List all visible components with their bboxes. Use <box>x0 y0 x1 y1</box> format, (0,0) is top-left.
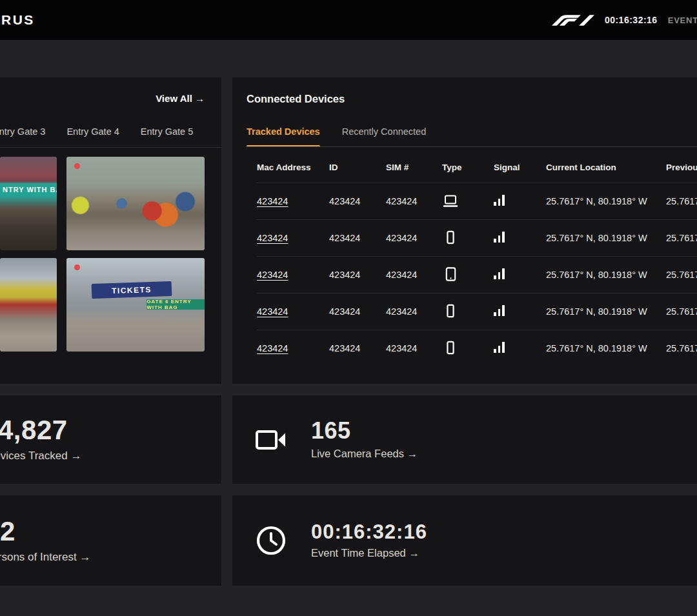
tabs-divider <box>247 146 697 147</box>
tracked-devices-table: Mac Address ID SIM # Type Signal Current… <box>257 152 697 366</box>
event-time-elapsed-value: 00:16:32:16 <box>311 522 427 542</box>
mac-address-link[interactable]: 423424 <box>257 343 288 353</box>
signal-strength-icon <box>494 232 505 243</box>
col-mac-address: Mac Address <box>257 163 329 172</box>
camera-feeds-panel: View All → Entry Gate 3 Entry Gate 4 Ent… <box>0 77 221 384</box>
col-signal: Signal <box>494 163 546 172</box>
mac-address-link[interactable]: 423424 <box>257 270 288 280</box>
sim-number: 423424 <box>386 306 442 317</box>
table-header-row: Mac Address ID SIM # Type Signal Current… <box>257 152 697 183</box>
event-time-elapsed-card: 00:16:32:16 Event Time Elapsed → <box>232 495 697 586</box>
current-location: 25.7617° N, 80.1918° W <box>546 233 666 243</box>
live-camera-feeds-value: 165 <box>311 419 418 442</box>
top-bar: RUS 00:16:32:16 EVENT <box>0 0 697 40</box>
tablet-icon <box>442 266 459 283</box>
previous-location: 25.7617° N, 80.1918° W <box>666 270 697 280</box>
photo-tickets-sign: TICKETS <box>91 281 172 299</box>
view-all-link[interactable]: View All → <box>156 93 205 104</box>
mac-address-link[interactable]: 423424 <box>257 233 288 243</box>
tab-entry-gate-3[interactable]: Entry Gate 3 <box>0 126 45 137</box>
device-id: 423424 <box>329 306 386 317</box>
device-id: 423424 <box>329 196 386 206</box>
device-id: 423424 <box>329 270 386 280</box>
signal-strength-icon <box>494 305 505 316</box>
live-camera-feeds-card: 165 Live Camera Feeds → <box>232 395 697 484</box>
connected-devices-tabs: Tracked Devices Recently Connected <box>247 126 426 137</box>
camera-feed-photo-1[interactable]: NTRY WITH BA <box>0 157 57 250</box>
previous-location: 25.7617° N, 80.1918° W <box>666 233 697 243</box>
device-id: 423424 <box>329 343 386 353</box>
tab-tracked-devices[interactable]: Tracked Devices <box>247 126 320 137</box>
smartphone-icon <box>442 339 459 356</box>
previous-location: 25.7617° N, 80.1918° W <box>666 196 697 206</box>
persons-of-interest-link[interactable]: Persons of Interest → <box>0 551 90 564</box>
event-time-elapsed-link[interactable]: Event Time Elapsed → <box>311 547 427 559</box>
tabs-divider <box>0 147 221 148</box>
signal-strength-icon <box>494 342 505 353</box>
mac-address-link[interactable]: 423424 <box>257 306 288 317</box>
tab-recently-connected[interactable]: Recently Connected <box>342 126 427 137</box>
smartphone-icon <box>442 303 459 319</box>
previous-location: 25.7617° N, 80.1918° W <box>666 343 697 353</box>
sim-number: 423424 <box>386 196 442 206</box>
connected-devices-panel: Connected Devices Tracked Devices Recent… <box>232 77 697 384</box>
event-clock: 00:16:32:16 <box>605 15 658 25</box>
table-row: 423424 423424 423424 25.7617° N, 80.1918… <box>257 330 697 366</box>
camera-feed-photo-2[interactable] <box>66 157 205 250</box>
clock-icon <box>256 525 287 556</box>
devices-tracked-card: 4,827 Devices Tracked → <box>0 395 221 484</box>
sim-number: 423424 <box>386 343 442 353</box>
col-id: ID <box>329 163 386 172</box>
current-location: 25.7617° N, 80.1918° W <box>546 196 666 206</box>
persons-of-interest-card: 2 Persons of Interest → <box>0 495 221 586</box>
photo-banner-text: NTRY WITH BA <box>0 183 57 197</box>
current-location: 25.7617° N, 80.1918° W <box>546 343 666 353</box>
tab-entry-gate-5[interactable]: Entry Gate 5 <box>141 126 193 137</box>
live-camera-feeds-link[interactable]: Live Camera Feeds → <box>311 448 418 460</box>
table-row: 423424 423424 423424 25.7617° N, 80.1918… <box>257 256 697 293</box>
recording-indicator-dot <box>74 264 80 270</box>
current-location: 25.7617° N, 80.1918° W <box>546 306 666 317</box>
tab-entry-gate-4[interactable]: Entry Gate 4 <box>66 126 119 137</box>
devices-tracked-link[interactable]: Devices Tracked → <box>0 450 81 462</box>
signal-strength-icon <box>494 195 505 206</box>
table-row: 423424 423424 423424 25.7617° N, 80.1918… <box>257 183 697 219</box>
recording-indicator-dot <box>74 163 80 169</box>
panel-title: Connected Devices <box>247 93 345 105</box>
topbar-right-group: 00:16:32:16 EVENT <box>552 0 697 40</box>
previous-location: 25.7617° N, 80.1918° W <box>666 306 697 317</box>
devices-tracked-value: 4,827 <box>0 417 81 444</box>
device-id: 423424 <box>329 233 386 243</box>
col-previous-location: Previous Location <box>666 163 697 172</box>
col-type: Type <box>442 163 494 172</box>
sim-number: 423424 <box>386 233 442 243</box>
video-camera-icon <box>256 424 287 455</box>
entry-gate-tabs: Entry Gate 3 Entry Gate 4 Entry Gate 5 <box>0 126 193 137</box>
laptop-icon <box>442 193 459 210</box>
mac-address-link[interactable]: 423424 <box>257 196 288 206</box>
camera-feed-photo-3[interactable] <box>0 258 57 352</box>
current-location: 25.7617° N, 80.1918° W <box>546 270 666 280</box>
table-row: 423424 423424 423424 25.7617° N, 80.1918… <box>257 293 697 330</box>
photo-gate-banner: GATE 6 ENTRY WITH BAG <box>146 299 205 310</box>
smartphone-icon <box>442 229 459 246</box>
signal-strength-icon <box>494 268 505 279</box>
col-current-location: Current Location <box>546 163 666 172</box>
persons-of-interest-value: 2 <box>0 518 90 545</box>
col-sim: SIM # <box>386 163 442 172</box>
camera-feed-photo-4[interactable]: TICKETS GATE 6 ENTRY WITH BAG <box>66 258 205 352</box>
camera-feed-grid: NTRY WITH BA TICKETS GATE 6 ENTRY WITH B… <box>0 157 205 352</box>
table-row: 423424 423424 423424 25.7617° N, 80.1918… <box>257 219 697 256</box>
event-clock-label: EVENT <box>668 15 697 25</box>
f1-logo-icon <box>552 15 594 26</box>
brand-wordmark: RUS <box>1 12 35 28</box>
sim-number: 423424 <box>386 270 442 280</box>
